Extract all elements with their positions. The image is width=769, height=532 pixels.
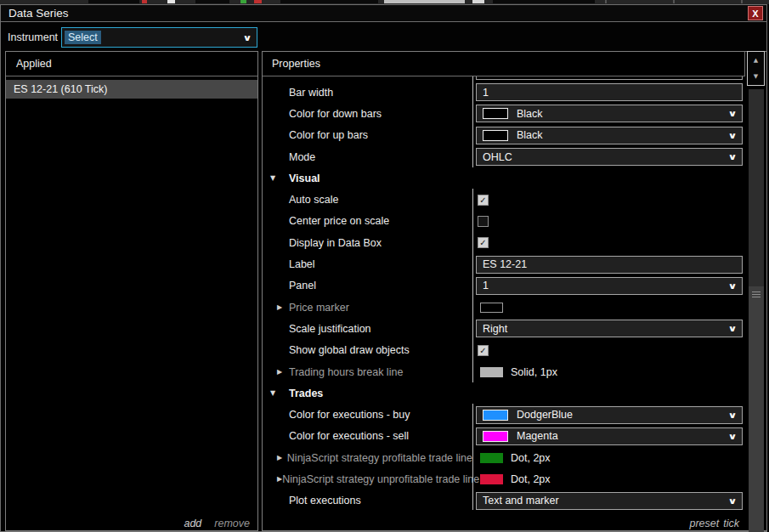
collapse-triangle-icon[interactable]: ▼ bbox=[270, 389, 281, 397]
prop-label: Mode bbox=[289, 151, 315, 163]
prop-value-cell: Black∨ bbox=[472, 103, 744, 124]
prop-label-cell: Display in Data Box bbox=[263, 232, 472, 253]
prop-value-cell: Text and marker∨ bbox=[472, 490, 744, 510]
prop-value-cell: 1∨ bbox=[472, 275, 744, 297]
prop-row-center-price-on-scale: Center price on scale bbox=[263, 211, 744, 232]
prop-row-color-for-down-bars: Color for down barsBlack∨ bbox=[263, 103, 744, 124]
color-swatch[interactable] bbox=[480, 303, 503, 313]
prop-label: Panel bbox=[289, 280, 316, 291]
prop-label-cell: Panel bbox=[263, 275, 472, 297]
color-for-down-bars-select[interactable]: Black∨ bbox=[476, 105, 743, 122]
applied-list-item[interactable]: ES 12-21 (610 Tick) bbox=[6, 80, 257, 99]
prop-row-scale-justification: Scale justificationRight∨ bbox=[263, 318, 744, 339]
chevron-down-icon: ∨ bbox=[727, 109, 737, 118]
scroll-up-button[interactable]: ▲ bbox=[748, 52, 764, 68]
prop-label-cell: ▶NinjaScript strategy profitable trade l… bbox=[263, 447, 472, 468]
prop-row-show-global-draw-objects: Show global draw objects✓ bbox=[263, 340, 744, 361]
prop-label-cell: Color for down bars bbox=[263, 103, 472, 124]
prop-label-cell: ▶Trading hours break line bbox=[263, 361, 472, 382]
prop-row-display-in-data-box: Display in Data Box✓ bbox=[263, 232, 744, 253]
prop-value-cell: Dot, 2px bbox=[472, 468, 744, 490]
color-for-executions-sell-select[interactable]: Magenta∨ bbox=[476, 427, 743, 445]
properties-rows: Bar width1Color for down barsBlack∨Color… bbox=[263, 76, 744, 510]
remove-link[interactable]: remove bbox=[214, 518, 250, 529]
color-swatch bbox=[483, 108, 508, 119]
applied-panel: Applied ES 12-21 (610 Tick) addremove bbox=[5, 51, 258, 531]
prop-label-cell: Auto scale bbox=[263, 189, 472, 210]
preset-link[interactable]: preset bbox=[690, 518, 720, 529]
bar-width-input[interactable]: 1 bbox=[476, 83, 743, 101]
mode-select[interactable]: OHLC∨ bbox=[476, 148, 743, 166]
expand-arrow-icon[interactable]: ▶ bbox=[277, 368, 289, 376]
display-in-data-box-checkbox[interactable]: ✓ bbox=[478, 237, 489, 248]
scrollbar-thumb[interactable] bbox=[749, 286, 764, 532]
tick-link[interactable]: tick bbox=[723, 518, 739, 529]
chevron-down-icon: ∨ bbox=[727, 410, 737, 420]
color-for-executions-buy-select[interactable]: DodgerBlue∨ bbox=[476, 406, 743, 424]
instrument-label: Instrument bbox=[8, 31, 58, 43]
prop-label: Scale justification bbox=[289, 323, 371, 335]
prop-label: Display in Data Box bbox=[289, 237, 382, 249]
show-global-draw-objects-checkbox[interactable]: ✓ bbox=[478, 345, 489, 356]
prop-row-color-for-executions-buy: Color for executions - buyDodgerBlue∨ bbox=[263, 404, 744, 425]
prop-value-cell: OHLC∨ bbox=[472, 146, 744, 167]
expand-arrow-icon[interactable]: ▶ bbox=[277, 454, 287, 461]
instrument-selected-value: Select bbox=[65, 31, 101, 44]
triangle-down-icon: ▼ bbox=[754, 73, 758, 80]
prop-value-cell: Dot, 2px bbox=[472, 447, 744, 468]
color-swatch bbox=[483, 431, 508, 442]
partially-scrolled-row bbox=[263, 76, 744, 82]
section-header-trades[interactable]: ▼Trades bbox=[263, 382, 744, 404]
prop-value-cell bbox=[472, 297, 744, 318]
chevron-down-icon: ∨ bbox=[727, 496, 737, 506]
prop-label-cell: Label bbox=[263, 253, 472, 274]
section-header-visual[interactable]: ▼Visual bbox=[263, 167, 744, 189]
chevron-down-icon: ∨ bbox=[727, 432, 737, 441]
chevron-down-icon: ∨ bbox=[727, 324, 737, 333]
plot-executions-select[interactable]: Text and marker∨ bbox=[476, 492, 743, 510]
close-icon: X bbox=[752, 8, 758, 19]
center-price-on-scale-checkbox[interactable] bbox=[478, 216, 489, 227]
color-for-up-bars-select[interactable]: Black∨ bbox=[476, 127, 743, 144]
line-style-swatch[interactable] bbox=[480, 453, 503, 463]
prop-label: Auto scale bbox=[289, 194, 338, 206]
color-swatch bbox=[483, 410, 508, 421]
prop-label: Plot executions bbox=[289, 495, 361, 507]
dialog-titlebar[interactable]: Data Series X bbox=[1, 5, 766, 22]
prop-label-cell: Scale justification bbox=[263, 318, 472, 339]
prop-row-bar-width: Bar width1 bbox=[263, 82, 744, 103]
properties-panel: Properties Bar width1Color for down bars… bbox=[262, 51, 767, 531]
expand-arrow-icon[interactable]: ▶ bbox=[277, 303, 289, 311]
auto-scale-checkbox[interactable]: ✓ bbox=[478, 195, 489, 206]
scrollbar-track[interactable] bbox=[749, 89, 764, 530]
dialog-title: Data Series bbox=[8, 7, 69, 20]
prop-row-color-for-up-bars: Color for up barsBlack∨ bbox=[263, 125, 744, 146]
prop-value-cell: ✓ bbox=[472, 189, 744, 210]
prop-row-mode: ModeOHLC∨ bbox=[263, 146, 744, 167]
prop-label-cell: Color for up bars bbox=[263, 125, 472, 146]
prop-value-cell: ✓ bbox=[472, 340, 744, 361]
prop-label: Color for up bars bbox=[289, 129, 368, 141]
collapse-triangle-icon[interactable]: ▼ bbox=[270, 174, 281, 182]
prop-label: Color for executions - buy bbox=[289, 409, 410, 421]
label-input[interactable]: ES 12-21 bbox=[476, 256, 743, 274]
prop-label-cell: Mode bbox=[263, 146, 472, 167]
prop-value-cell: Black∨ bbox=[472, 125, 744, 146]
instrument-select[interactable]: Select ∨ bbox=[61, 27, 257, 48]
add-link[interactable]: add bbox=[184, 518, 201, 529]
line-style-swatch[interactable] bbox=[480, 474, 503, 484]
prop-value-cell: 1 bbox=[472, 82, 744, 103]
chevron-down-icon: ∨ bbox=[727, 281, 737, 291]
prop-label-cell: Color for executions - buy bbox=[263, 404, 472, 425]
prop-row-ninjascript-strategy-profitable-trade-line: ▶NinjaScript strategy profitable trade l… bbox=[263, 447, 744, 468]
prop-value-cell: Solid, 1px bbox=[472, 361, 744, 382]
scale-justification-select[interactable]: Right∨ bbox=[476, 320, 743, 337]
thumb-grip-icon bbox=[752, 291, 761, 292]
prop-row-auto-scale: Auto scale✓ bbox=[263, 189, 744, 210]
properties-panel-header: Properties bbox=[263, 52, 745, 76]
scroll-down-button[interactable]: ▼ bbox=[748, 68, 764, 84]
line-style-swatch[interactable] bbox=[480, 367, 503, 377]
close-button[interactable]: X bbox=[748, 6, 763, 20]
preset-links: presettick bbox=[690, 518, 740, 529]
panel-select[interactable]: 1∨ bbox=[476, 277, 743, 295]
